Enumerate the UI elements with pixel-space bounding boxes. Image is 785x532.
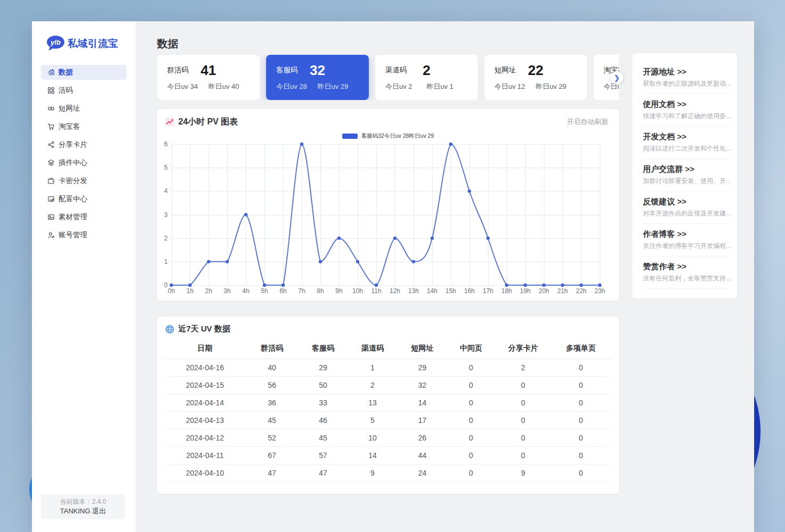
uv-table-value-cell: 0 [447,411,495,429]
sidebar-item-config[interactable]: 配置中心 [41,192,127,206]
stat-card-2[interactable]: 客服码32今日uv 28昨日uv 29 [266,55,369,100]
help-link-desc: 没有任何盈利，全靠赞赏支持... [643,274,731,283]
stat-card-row1: 群活码41 [167,61,250,80]
help-link-item[interactable]: 作者博客 >>关注作者的博客学习开发编程... [643,224,731,256]
globe-icon [165,325,175,334]
logo-bubble-icon: ylb [46,35,65,52]
bar-chart-icon [47,69,55,76]
stat-card-label: 客服码 [276,65,298,75]
cart-icon [47,123,55,130]
svg-text:18h: 18h [501,287,512,295]
config-icon [47,195,55,203]
stat-card-row2: 今日uv 12昨日uv 29 [494,82,577,90]
chart-title: 24小时 PV 图表 [165,117,238,128]
uv-table-value-cell: 47 [245,464,299,481]
svg-text:7h: 7h [298,287,305,295]
uv-table-value-cell: 56 [245,376,299,394]
sidebar-item-cart[interactable]: 淘宝客 [41,119,127,134]
sidebar-menu: 数据活码短网址淘宝客分享卡片插件中心卡密分发配置中心素材管理账号管理 [32,65,136,243]
auto-refresh-link[interactable]: 开启自动刷新 [567,117,608,127]
uv-table-value-cell: 1 [347,359,398,376]
uv-table-value-cell: 47 [299,464,347,481]
app-logo[interactable]: ylb 私域引流宝 [32,35,136,51]
svg-text:5: 5 [164,164,168,171]
chart-legend[interactable]: 客服码32今日uv 28昨日uv 29 [157,132,619,140]
svg-text:ylb: ylb [50,38,61,46]
svg-text:1h: 1h [186,287,193,295]
svg-text:16h: 16h [464,287,475,295]
user-plus-icon [47,231,55,239]
uv-table-title-text: 近7天 UV 数据 [178,324,230,334]
uv-table-date-cell: 2024-04-13 [165,411,245,429]
uv-table-row: 2024-04-155650232000 [165,376,611,394]
stat-cards-scroller: 群活码41今日uv 34昨日uv 40客服码32今日uv 28昨日uv 29渠道… [157,55,619,100]
uv-table-value-cell: 0 [551,464,611,481]
uv-table-value-cell: 0 [495,394,551,411]
svg-text:1: 1 [164,258,168,265]
chart-increasing-icon [165,117,175,127]
help-link-title: 开源地址 >> [643,66,731,77]
stat-card-row2: 今日uv 34昨日uv 40 [167,82,250,90]
chart-title-text: 24小时 PV 图表 [178,117,238,128]
help-link-item[interactable]: 用户交流群 >>加群讨论部署安装、使用、开... [643,159,731,192]
svg-text:20h: 20h [539,287,549,295]
uv-table-value-cell: 0 [551,359,611,376]
uv-table-value-cell: 0 [447,359,495,376]
sidebar-item-layers[interactable]: 插件中心 [41,155,127,170]
sidebar-item-image[interactable]: 素材管理 [41,210,127,225]
svg-text:10h: 10h [352,287,363,295]
sidebar-item-wallet[interactable]: 卡密分发 [41,173,127,188]
uv-table-date-cell: 2024-04-10 [165,464,245,481]
stat-card-1[interactable]: 群活码41今日uv 34昨日uv 40 [157,55,260,100]
logout-link[interactable]: TANKING 退出 [41,507,125,515]
svg-text:2h: 2h [205,287,212,295]
help-link-item[interactable]: 赞赏作者 >>没有任何盈利，全靠赞赏支持... [643,256,731,289]
uv-table-value-cell: 57 [299,446,347,464]
svg-text:19h: 19h [520,287,531,295]
sidebar-item-bar-chart[interactable]: 数据 [41,65,127,80]
help-link-item[interactable]: 开源地址 >>获取作者的正版源码及更新动... [643,62,731,94]
uv-table-col-header: 多项单页 [551,338,611,359]
uv-table-date-cell: 2024-04-15 [165,376,245,394]
content-column: 群活码41今日uv 34昨日uv 40客服码32今日uv 28昨日uv 29渠道… [157,55,619,494]
uv-table-value-cell: 67 [245,446,299,464]
version-box: 当前版本：2.4.0 TANKING 退出 [41,494,125,519]
stat-card-today-uv: 今日uv 12 [494,82,525,90]
uv-table-value-cell: 45 [299,429,347,446]
stat-card-today-uv: 今日uv 28 [276,82,307,90]
chart-header: 24小时 PV 图表 开启自动刷新 [157,109,619,128]
uv-table-date-cell: 2024-04-12 [165,429,245,446]
uv-table-value-cell: 50 [299,376,347,394]
svg-text:5h: 5h [261,287,268,295]
help-link-item[interactable]: 开发文档 >>阅读以进行二次开发和个性化... [643,127,731,159]
stat-card-row1: 渠道码2 [385,61,468,80]
stat-card-today-uv: 今日uv 34 [167,82,198,90]
uv-table-row: 2024-04-104747924090 [165,464,611,481]
stat-card-3[interactable]: 渠道码2今日uv 2昨日uv 1 [375,55,478,100]
uv-table-title: 近7天 UV 数据 [165,324,611,334]
uv-table-row: 2024-04-1167571444000 [165,446,611,464]
uv-table-value-cell: 5 [347,411,398,429]
sidebar-item-label: 卡密分发 [59,176,87,186]
uv-table-col-header: 渠道码 [347,338,398,359]
sidebar-item-label: 数据 [59,68,73,77]
uv-table-value-cell: 0 [447,429,495,446]
sidebar-item-share-nodes[interactable]: 分享卡片 [41,137,127,152]
help-link-item[interactable]: 使用文档 >>快速学习和了解正确的使用姿... [643,94,731,127]
help-link-desc: 获取作者的正版源码及更新动... [643,79,731,88]
stat-card-row1: 短网址22 [494,61,577,80]
cards-scroll-next-button[interactable]: ❯ [610,71,623,84]
svg-text:6: 6 [164,140,168,148]
svg-text:4h: 4h [242,287,249,295]
sidebar-item-label: 分享卡片 [59,140,87,149]
uv-table-value-cell: 52 [245,429,299,446]
uv-table-date-cell: 2024-04-16 [165,359,245,376]
sidebar-item-label: 淘宝客 [59,122,80,131]
sidebar-item-user-plus[interactable]: 账号管理 [41,228,127,243]
uv-table-date-cell: 2024-04-11 [165,446,245,464]
sidebar-item-qr-grid[interactable]: 活码 [41,83,127,98]
help-link-item[interactable]: 反馈建议 >>对本开源作品的反馈及开发建... [643,192,731,224]
uv-table-value-cell: 32 [398,376,447,394]
sidebar-item-link[interactable]: 短网址 [41,101,127,116]
stat-card-4[interactable]: 短网址22今日uv 12昨日uv 29 [484,55,587,100]
